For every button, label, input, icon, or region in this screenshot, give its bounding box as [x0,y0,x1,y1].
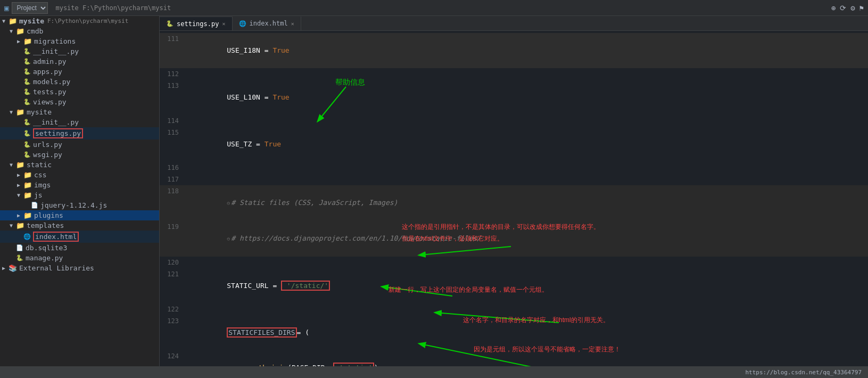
tree-item-templates[interactable]: ▼ 📁 templates [0,220,159,231]
line-num-123: 123 [160,315,185,327]
tree-item-ext-libs[interactable]: ▶ 📚 External Libraries [0,263,159,273]
line-num-111: 111 [160,33,185,45]
title-bar-left: ▣ Project mysite F:\Python\pycharm\mysit [4,2,171,14]
tree-item-jquery[interactable]: 📄 jquery-1.12.4.js [0,200,159,210]
code-line-122: 122 [160,303,868,315]
tab-settings[interactable]: 🐍 settings.py ✕ [160,17,233,30]
file-icon-init-mysite: 🐍 [23,119,31,126]
code-editor[interactable]: 111 USE_I18N = True 112 113 USE_L10N = T… [160,31,868,366]
toolbar-icon-3[interactable]: ⚙ [850,4,855,12]
line-num-115: 115 [160,127,185,138]
tree-label-mysite-root: mysite [19,17,44,25]
tree-item-index-html[interactable]: 🌐 index.html [0,231,159,243]
file-icon-views: 🐍 [23,98,31,105]
tree-item-wsgi[interactable]: 🐍 wsgi.py [0,150,159,160]
tree-item-cmdb[interactable]: ▼ 📁 cmdb [0,26,159,36]
project-icon: ▣ [4,4,9,12]
folder-icon-plugins: 📁 [23,211,32,219]
tree-item-db-sqlite[interactable]: 📄 db.sqlite3 [0,243,159,253]
tree-label-db-sqlite: db.sqlite3 [26,244,67,252]
editor-area: 🐍 settings.py ✕ 🌐 index.html ✕ 111 USE_I… [160,16,868,366]
line-content-113: USE_L10N = True [185,80,868,115]
tree-label-init-mysite: __init__.py [33,118,79,126]
status-bar-url: https://blog.csdn.net/qq_43364797 [745,369,862,376]
line-content-112 [185,68,868,80]
line-num-117: 117 [160,174,185,185]
tree-item-models[interactable]: 🐍 models.py [0,77,159,87]
tree-item-js[interactable]: ▼ 📁 js [0,190,159,200]
file-icon-wsgi: 🐍 [23,151,31,158]
file-icon-py: 🐍 [23,48,31,55]
toolbar-icon-4[interactable]: ⚑ [859,4,864,12]
tab-close-settings[interactable]: ✕ [222,21,225,27]
line-content-114 [185,115,868,127]
line-num-114: 114 [160,115,185,127]
code-line-121: 121 STATIC_URL = '/static/' [160,268,868,303]
tree-item-mysite-pkg[interactable]: ▼ 📁 mysite [0,107,159,117]
tree-item-css[interactable]: ▶ 📁 css [0,170,159,180]
tree-label-models: models.py [33,78,70,86]
tabs-bar: 🐍 settings.py ✕ 🌐 index.html ✕ [160,16,868,31]
line-content-119: ⊖# https://docs.djangoproject.com/en/1.1… [185,221,868,257]
code-line-111: 111 USE_I18N = True [160,33,868,68]
ext-libs-icon: 📚 [9,264,17,272]
tree-item-views[interactable]: 🐍 views.py [0,97,159,107]
arrow-right-migrations: ▶ [17,38,23,44]
tree-item-admin[interactable]: 🐍 admin.py [0,56,159,67]
project-tree[interactable]: ▼ 📁 mysite F:\Python\pycharm\mysit ▼ 📁 c… [0,16,160,366]
tab-index-html[interactable]: 🌐 index.html ✕ [233,17,301,30]
file-icon-jquery: 📄 [31,202,38,209]
file-icon-urls: 🐍 [23,141,31,148]
line-num-119: 119 [160,221,185,233]
tree-item-manage[interactable]: 🐍 manage.py [0,253,159,263]
fold-icon-118[interactable]: ⊖ [227,200,230,206]
tree-label-static: static [27,161,52,169]
project-dropdown[interactable]: Project [12,2,48,14]
file-icon-tests: 🐍 [23,88,31,95]
tab-close-index-html[interactable]: ✕ [291,21,294,27]
code-line-119: 119 ⊖# https://docs.djangoproject.com/en… [160,221,868,257]
line-content-115: USE_TZ = True [185,127,868,162]
tree-item-apps[interactable]: 🐍 apps.py [0,67,159,77]
arrow-plugins: ▶ [17,212,23,218]
tree-item-static[interactable]: ▼ 📁 static [0,160,159,170]
tree-label-tests: tests.py [33,88,67,96]
tree-label-views: views.py [33,98,67,106]
code-line-123: 123 STATICFILES_DIRS= ( [160,315,868,350]
toolbar-icon-2[interactable]: ⟳ [840,4,846,12]
line-num-118: 118 [160,185,185,197]
tree-label-apps: apps.py [33,68,62,76]
tree-label-urls: urls.py [33,141,62,149]
tree-item-settings[interactable]: 🐍 settings.py [0,127,159,139]
toolbar-icon-1[interactable]: ⊕ [831,4,836,12]
arrow-right-cmdb: ▼ [10,28,16,34]
arrow-css: ▶ [17,172,23,178]
project-path-short: F:\Python\pycharm\mysit [47,18,128,24]
tree-item-urls[interactable]: 🐍 urls.py [0,139,159,150]
tree-item-plugins[interactable]: ▶ 📁 plugins [0,210,159,220]
line-content-121: STATIC_URL = '/static/' [185,268,868,303]
fold-icon-119[interactable]: ⊖ [227,236,230,242]
tree-label-ext-libs: External Libraries [19,264,94,272]
tree-item-mysite-root[interactable]: ▼ 📁 mysite F:\Python\pycharm\mysit [0,16,159,26]
folder-icon-cmdb: 📁 [16,27,24,35]
tree-item-init-mysite[interactable]: 🐍 __init__.py [0,117,159,127]
tree-label-index-html: index.html [33,232,79,242]
tree-label-manage: manage.py [26,254,63,262]
tree-label-jquery: jquery-1.12.4.js [40,201,107,209]
code-line-118: 118 ⊖# Static files (CSS, JavaScript, Im… [160,185,868,221]
tree-label-css: css [34,171,46,179]
tree-item-tests[interactable]: 🐍 tests.py [0,87,159,97]
tree-item-migrations[interactable]: ▶ 📁 migrations [0,36,159,46]
toolbar-icons: ⊕ ⟳ ⚙ ⚑ [831,4,864,12]
code-line-120: 120 [160,257,868,268]
file-icon-manage: 🐍 [16,254,23,261]
file-icon-models: 🐍 [23,78,31,85]
folder-icon-css: 📁 [23,171,32,179]
line-content-123: STATICFILES_DIRS= ( [185,315,868,350]
line-num-120: 120 [160,257,185,268]
folder-icon-mysite-pkg: 📁 [16,108,24,116]
line-num-121: 121 [160,268,185,280]
tree-item-imgs[interactable]: ▶ 📁 imgs [0,180,159,190]
tree-item-init-cmdb[interactable]: 🐍 __init__.py [0,46,159,56]
